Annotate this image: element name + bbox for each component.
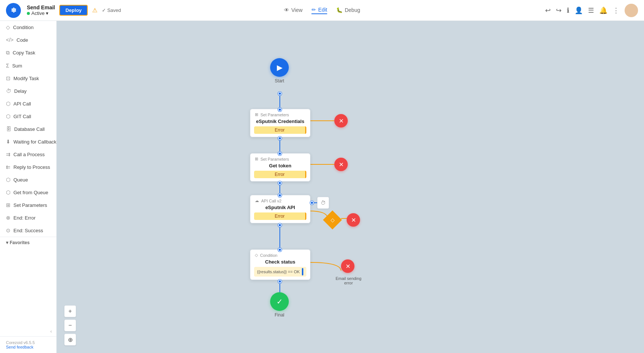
main-layout: ◇ Condition </> Code ⧉ Copy Task Σ Sum ⊡… xyxy=(0,21,644,353)
sidebar-item-waiting-callback[interactable]: ⬇ Waiting for Callback xyxy=(0,135,56,148)
nav-debug[interactable]: 🐛 Debug xyxy=(336,7,360,14)
error-circle-2[interactable]: ✕ xyxy=(334,158,348,171)
nav-view[interactable]: 👁 View xyxy=(284,7,303,14)
sidebar-item-code[interactable]: </> Code xyxy=(0,34,56,46)
condition-node-icon: ◇ xyxy=(255,253,258,258)
error-circle-3[interactable]: ✕ xyxy=(347,213,360,227)
node-set-params-2[interactable]: ⊞ Set Parameters Get token Error xyxy=(250,153,310,182)
get-queue-icon: ⬡ xyxy=(6,189,10,195)
sidebar-item-end-error[interactable]: ⊗ End: Error xyxy=(0,211,56,224)
send-feedback-link[interactable]: Send feedback xyxy=(6,345,33,349)
sidebar-bottom: Corezoid v6.5.5 Send feedback xyxy=(0,336,56,353)
sidebar-item-queue[interactable]: ⬡ Queue xyxy=(0,173,56,186)
sidebar: ◇ Condition </> Code ⧉ Copy Task Σ Sum ⊡… xyxy=(0,21,57,353)
set-params-icon-1: ⊞ xyxy=(255,112,258,117)
redo-button[interactable]: ↪ xyxy=(556,6,562,15)
start-output-dot xyxy=(278,92,282,95)
api-input-dot xyxy=(278,193,282,197)
nav-edit[interactable]: ✏ Edit xyxy=(312,7,327,14)
saved-label: ✓ Saved xyxy=(102,7,121,13)
sidebar-item-reply-process[interactable]: ⇇ Reply to Process xyxy=(0,161,56,173)
sidebar-item-condition[interactable]: ◇ Condition xyxy=(0,21,56,34)
sidebar-item-database-call[interactable]: 🗄 Database Call xyxy=(0,123,56,135)
error-circle-1[interactable]: ✕ xyxy=(334,114,348,127)
sp1-output-dot xyxy=(278,136,282,140)
sidebar-item-api-call[interactable]: ⬡ API Call xyxy=(0,97,56,110)
modify-icon: ⊡ xyxy=(6,75,10,81)
status-indicator[interactable]: Active ▾ xyxy=(27,10,55,16)
call-process-icon: ⇉ xyxy=(6,151,10,157)
sidebar-item-get-queue[interactable]: ⬡ Get from Queue xyxy=(0,186,56,199)
node-api-call[interactable]: ☁ API Call v2 eSputnik API Error xyxy=(250,195,310,223)
sidebar-item-set-parameters[interactable]: ⊞ Set Parameters xyxy=(0,199,56,211)
set-params-icon-2: ⊞ xyxy=(255,157,258,161)
sidebar-collapse[interactable]: ‹ xyxy=(0,326,56,336)
debug-icon: 🐛 xyxy=(336,7,343,13)
condition-badge: {{results.status}} == OK xyxy=(254,267,306,277)
api-output-dot xyxy=(278,223,282,227)
favorites-section[interactable]: ▾ Favorites xyxy=(0,237,56,248)
undo-button[interactable]: ↩ xyxy=(545,6,551,15)
copy-icon: ⧉ xyxy=(6,50,10,56)
sp1-input-dot xyxy=(278,108,282,111)
zoom-out-button[interactable]: − xyxy=(64,319,76,331)
final-node[interactable]: ✓ Final xyxy=(270,292,289,318)
reply-icon: ⇇ xyxy=(6,164,10,170)
git-icon: ⬡ xyxy=(6,113,10,119)
final-label: Final xyxy=(275,312,284,318)
more-button[interactable]: ⋮ xyxy=(613,6,619,15)
api-icon: ⬡ xyxy=(6,101,10,107)
sp2-input-dot xyxy=(278,152,282,155)
diamond-icon: ◇ xyxy=(331,217,335,223)
topbar: ❄ Send Email Active ▾ Deploy ⚠ ✓ Saved 👁… xyxy=(0,0,644,21)
canvas-controls: + − ⊕ xyxy=(64,305,76,346)
final-circle: ✓ xyxy=(270,292,289,311)
node-title-1: eSputnik Credentials xyxy=(250,119,310,126)
fit-button[interactable]: ⊕ xyxy=(64,334,76,346)
start-circle: ▶ xyxy=(270,58,289,77)
diamond-container[interactable]: ◇ xyxy=(326,213,339,227)
sidebar-item-delay[interactable]: ⏱ Delay xyxy=(0,85,56,97)
sidebar-item-git-call[interactable]: ⬡ GIT Call xyxy=(0,110,56,123)
deploy-button[interactable]: Deploy xyxy=(59,5,87,16)
queue-icon: ⬡ xyxy=(6,177,10,183)
node-set-params-1[interactable]: ⊞ Set Parameters eSputnik Credentials Er… xyxy=(250,109,310,137)
view-icon: 👁 xyxy=(284,7,289,13)
status-label: Active xyxy=(31,10,44,16)
avatar[interactable] xyxy=(625,4,638,17)
clock-node[interactable]: ⏱ xyxy=(317,197,329,209)
zoom-in-button[interactable]: + xyxy=(64,305,76,317)
sidebar-item-copy-task[interactable]: ⧉ Copy Task xyxy=(0,46,56,59)
sidebar-item-call-process[interactable]: ⇉ Call a Process xyxy=(0,148,56,161)
info-button[interactable]: ℹ xyxy=(567,6,569,15)
app-logo[interactable]: ❄ xyxy=(6,3,21,18)
error-label: Email sending error xyxy=(334,276,363,285)
edit-icon: ✏ xyxy=(312,7,316,13)
workflow-title: Send Email xyxy=(27,4,55,10)
sidebar-item-end-success[interactable]: ⊙ End: Success xyxy=(0,224,56,237)
diamond-shape: ◇ xyxy=(323,211,342,230)
node-badge-2: Error xyxy=(254,171,306,178)
node-title-3: eSputnik API xyxy=(250,205,310,212)
sidebar-item-modify-task[interactable]: ⊡ Modify Task xyxy=(0,72,56,85)
delay-icon: ⏱ xyxy=(6,88,11,94)
node-badge-1: Error xyxy=(254,126,306,134)
topbar-actions: ↩ ↪ ℹ 👤 ☰ 🔔 ⋮ xyxy=(545,4,638,17)
cond-input-dot xyxy=(278,248,282,252)
condition-icon: ◇ xyxy=(6,24,10,30)
error-circle-4[interactable]: ✕ xyxy=(341,259,354,273)
bell-button[interactable]: 🔔 xyxy=(599,6,607,15)
start-node[interactable]: ▶ Start xyxy=(270,58,289,83)
users-button[interactable]: 👤 xyxy=(575,6,583,15)
sum-icon: Σ xyxy=(6,63,9,69)
node-title-4: Check status xyxy=(250,259,310,267)
warning-icon: ⚠ xyxy=(92,7,97,14)
favorites-chevron: ▾ xyxy=(6,240,8,245)
start-label: Start xyxy=(275,78,284,83)
api-call-icon: ☁ xyxy=(255,198,259,203)
list-button[interactable]: ☰ xyxy=(588,6,594,15)
canvas[interactable]: ▶ Start ⊞ Set Parameters eSputnik Creden… xyxy=(57,21,644,353)
sidebar-item-sum[interactable]: Σ Sum xyxy=(0,59,56,72)
node-condition[interactable]: ◇ Condition Check status {{results.statu… xyxy=(250,249,310,280)
code-icon: </> xyxy=(6,37,13,43)
